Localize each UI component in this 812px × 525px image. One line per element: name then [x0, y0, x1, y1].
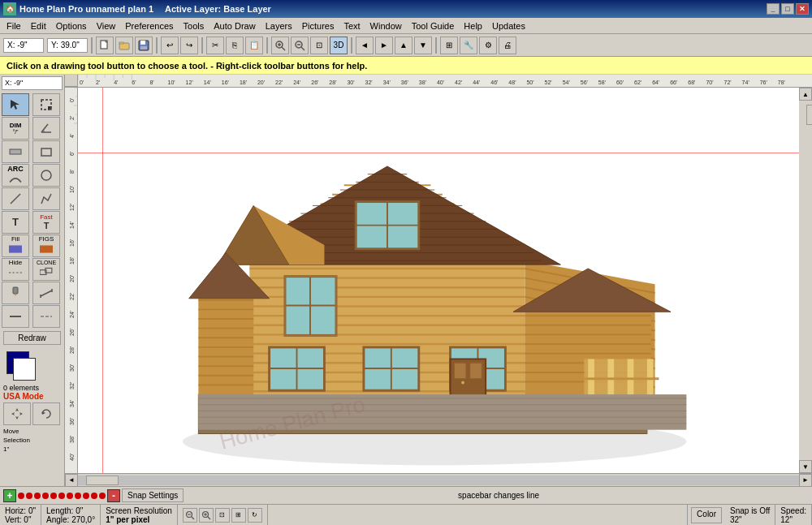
- drawing-canvas[interactable]: Home Plan Pro: [78, 88, 799, 473]
- snap-settings-button[interactable]: Snap Settings: [122, 488, 184, 502]
- scroll-up-button[interactable]: ▲: [799, 88, 812, 101]
- menu-autodraw[interactable]: Auto Draw: [209, 19, 260, 32]
- save-button[interactable]: [135, 37, 153, 54]
- layer-dot-1[interactable]: [18, 493, 24, 499]
- tool-line2[interactable]: [2, 305, 29, 328]
- redo-button[interactable]: ↪: [180, 37, 198, 54]
- close-button[interactable]: ✕: [796, 3, 809, 15]
- layer-dot-9[interactable]: [83, 493, 89, 499]
- tool-move-selection[interactable]: [3, 402, 31, 425]
- zoom-fit-status-button[interactable]: ⊡: [215, 508, 230, 523]
- color-swatch-area[interactable]: [3, 348, 37, 382]
- scroll-h-track[interactable]: [78, 476, 799, 485]
- tool-rotate-selection[interactable]: [32, 402, 60, 425]
- remove-layer-button[interactable]: -: [107, 489, 120, 502]
- zoom-reset-button[interactable]: ↻: [248, 508, 262, 523]
- menu-toolguide[interactable]: Tool Guide: [407, 19, 460, 32]
- tool-circle[interactable]: [32, 164, 60, 187]
- tool-arrow[interactable]: [2, 93, 29, 116]
- new-file-button[interactable]: [96, 37, 114, 54]
- menu-window[interactable]: Window: [365, 19, 407, 32]
- tool-arc[interactable]: ARC: [2, 164, 29, 187]
- tool-text[interactable]: T: [2, 211, 29, 234]
- background-color[interactable]: [13, 358, 36, 381]
- coord-y: Y: 39.0": [47, 38, 88, 53]
- add-layer-button[interactable]: +: [3, 489, 16, 502]
- scroll-left-button[interactable]: ◄: [65, 474, 78, 487]
- zoom-out-status-button[interactable]: [183, 508, 197, 523]
- svg-text:4': 4': [114, 80, 118, 85]
- scroll-right-button[interactable]: ►: [799, 474, 812, 487]
- print-button[interactable]: 🖨: [499, 37, 516, 54]
- scroll-v-thumb[interactable]: [806, 105, 812, 125]
- pan-up-button[interactable]: ▲: [395, 37, 412, 54]
- pan-down-button[interactable]: ▼: [414, 37, 432, 54]
- coord-x: X: -9": [3, 38, 44, 53]
- menu-help[interactable]: Help: [459, 19, 487, 32]
- tool-figs[interactable]: FIGS: [32, 235, 60, 257]
- tool-rect[interactable]: [32, 140, 60, 163]
- layer-dot-8[interactable]: [75, 493, 81, 499]
- menu-layers[interactable]: Layers: [261, 19, 297, 32]
- pan-left-button[interactable]: ◄: [356, 37, 374, 54]
- zoom-in-button[interactable]: [271, 37, 289, 54]
- scroll-down-button[interactable]: ▼: [799, 460, 812, 473]
- zoom-in-status-button[interactable]: [199, 508, 214, 523]
- menu-updates[interactable]: Updates: [487, 19, 530, 32]
- menu-text[interactable]: Text: [339, 19, 365, 32]
- snap-button[interactable]: 🔧: [460, 37, 477, 54]
- menu-edit[interactable]: Edit: [26, 19, 51, 32]
- tool-hide[interactable]: Hide: [2, 258, 29, 281]
- svg-text:32': 32': [69, 382, 75, 389]
- paste-button[interactable]: 📋: [245, 37, 263, 54]
- undo-button[interactable]: ↩: [161, 37, 179, 54]
- open-file-button[interactable]: [115, 37, 133, 54]
- layer-dot-11[interactable]: [99, 493, 106, 499]
- tool-dim[interactable]: DIM °/": [2, 117, 29, 140]
- zoom-select-button[interactable]: ⊞: [231, 508, 246, 523]
- tool-line3[interactable]: [32, 305, 60, 328]
- layer-dot-6[interactable]: [58, 493, 65, 499]
- grid-button[interactable]: ⊞: [440, 37, 458, 54]
- tool-brush[interactable]: [2, 282, 29, 304]
- copy-button[interactable]: ⎘: [226, 37, 244, 54]
- svg-text:10': 10': [69, 186, 75, 193]
- tool-fill[interactable]: Fill: [2, 235, 29, 257]
- tool-measure[interactable]: [32, 282, 60, 304]
- color-button[interactable]: Color: [691, 507, 722, 523]
- tool-line[interactable]: [2, 187, 29, 210]
- vertical-scrollbar[interactable]: ▲ ▼: [799, 88, 812, 473]
- layer-dot-4[interactable]: [42, 493, 49, 499]
- settings-button[interactable]: ⚙: [479, 37, 497, 54]
- menu-preferences[interactable]: Preferences: [120, 19, 178, 32]
- menu-view[interactable]: View: [92, 19, 121, 32]
- zoom-fit-button[interactable]: ⊡: [310, 37, 328, 54]
- layer-dot-10[interactable]: [91, 493, 97, 499]
- menu-options[interactable]: Options: [51, 19, 92, 32]
- horizontal-scrollbar[interactable]: ◄ ►: [65, 473, 812, 486]
- menu-tools[interactable]: Tools: [179, 19, 209, 32]
- minimize-button[interactable]: _: [767, 3, 780, 15]
- layer-dot-7[interactable]: [67, 493, 73, 499]
- tool-clone[interactable]: CLONE: [32, 258, 60, 281]
- svg-marker-35: [42, 411, 45, 415]
- svg-text:74': 74': [742, 80, 749, 85]
- tool-polyline[interactable]: [32, 187, 60, 210]
- menu-pictures[interactable]: Pictures: [297, 19, 339, 32]
- layer-dot-5[interactable]: [50, 493, 57, 499]
- pan-right-button[interactable]: ►: [375, 37, 393, 54]
- layer-dot-2[interactable]: [26, 493, 32, 499]
- svg-text:0': 0': [69, 98, 75, 102]
- tool-angle[interactable]: [32, 117, 60, 140]
- tool-fast-text[interactable]: Fast T: [32, 211, 60, 234]
- cut-button[interactable]: ✂: [206, 37, 224, 54]
- tool-wall[interactable]: [2, 140, 29, 163]
- tool-select-box[interactable]: [32, 93, 60, 116]
- redraw-button[interactable]: Redraw: [3, 331, 61, 345]
- layer-dot-3[interactable]: [34, 493, 41, 499]
- maximize-button[interactable]: □: [781, 3, 794, 15]
- menu-file[interactable]: File: [2, 19, 26, 32]
- scroll-h-thumb[interactable]: [86, 476, 119, 485]
- zoom-out-button[interactable]: [291, 37, 309, 54]
- zoom-3d-button[interactable]: 3D: [330, 37, 348, 54]
